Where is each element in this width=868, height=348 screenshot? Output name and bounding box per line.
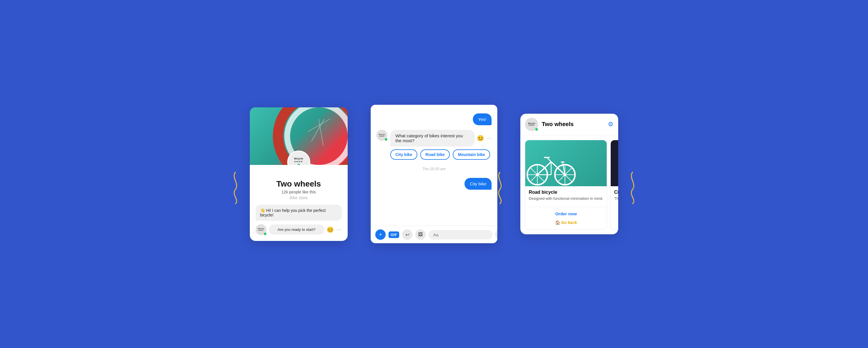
greeting-bubble: 👋 Hi! I can help you pick the perfect bi… [255, 204, 342, 221]
msg-yes: Yes! [376, 114, 492, 125]
more-options-p1[interactable]: ··· [337, 226, 342, 232]
reply-mountain-bike[interactable]: Mountain bike [453, 149, 490, 160]
product-image-road [525, 140, 607, 186]
go-back-button[interactable]: 🏠 Go back [529, 219, 603, 226]
emoji-button[interactable]: 😊 [495, 229, 497, 240]
gif-button[interactable]: GIF [389, 231, 399, 238]
image-button[interactable]: 🖼 [415, 229, 426, 240]
chat-actions-p1: 😊 ··· [327, 226, 342, 233]
page-likes: 12k people like this [255, 190, 342, 194]
bot-question-bubble: What category of bikes interest you the … [390, 130, 474, 147]
online-dot-p1 [297, 164, 300, 165]
product-desc-road: Designed with functional minimalism in m… [529, 196, 603, 201]
panel-chat: Yes! Bicycle SHOP What category of bikes… [365, 96, 503, 252]
order-now-button[interactable]: Order now [529, 210, 603, 217]
brand-logo-p3: Bicycle SHOP [525, 118, 538, 131]
phone-card: Bicycle SHOP Two wheels 12k people like … [250, 107, 348, 241]
msg-city-bike: City bike [376, 178, 492, 190]
bot-avatar-chat: Bicycle SHOP [376, 130, 388, 141]
product-card-city: City sp The pe the far [611, 140, 618, 230]
chat-messages: Yes! Bicycle SHOP What category of bikes… [371, 105, 497, 226]
product-card-body-city: City sp The pe the far [611, 186, 618, 204]
product-card-road: Road bicycle Designed with functional mi… [525, 140, 607, 230]
phone-body: Two wheels 12k people like this Bike sto… [250, 165, 348, 241]
header-title-p3: Two wheels [541, 121, 608, 128]
page-category: Bike store [255, 195, 342, 200]
header-image: Bicycle SHOP [250, 107, 348, 165]
product-scroll: Road bicycle Designed with functional mi… [520, 135, 618, 234]
svg-line-12 [537, 162, 551, 175]
product-actions-road: Order now 🏠 Go back [525, 207, 607, 229]
chat-window: Yes! Bicycle SHOP What category of bikes… [371, 105, 497, 243]
product-card-body-road: Road bicycle Designed with functional mi… [525, 186, 607, 204]
chat-row-p1: Bicycle SHOP Are you ready to start? 😊 ·… [255, 224, 342, 235]
online-dot-p3 [535, 128, 538, 131]
online-dot-chat [385, 138, 388, 141]
msg-bot-question-row: Bicycle SHOP What category of bikes inte… [376, 130, 492, 160]
product-image-city [611, 140, 618, 186]
user-bubble-city-bike: City bike [465, 178, 492, 190]
reply-icon-button[interactable]: ↩ [402, 229, 412, 240]
chat-timestamp: Thu 10:20 am [376, 167, 492, 171]
product-title-city: City sp [614, 190, 618, 195]
chat-input-bar: + GIF ↩ 🖼 😊 👍 [371, 226, 497, 243]
more-options-chat[interactable]: ··· [486, 135, 492, 141]
panel-facebook-page: Bicycle SHOP Two wheels 12k people like … [232, 96, 365, 252]
product-title-road: Road bicycle [529, 190, 603, 195]
reply-city-bike[interactable]: City bike [390, 149, 417, 160]
svg-line-16 [547, 157, 551, 162]
bot-avatar-p1: Bicycle SHOP [255, 224, 267, 235]
reply-road-bike[interactable]: Road bike [420, 149, 450, 160]
emoji-reaction-p1[interactable]: 😊 [327, 226, 334, 233]
product-header: Bicycle SHOP Two wheels ⚙ [520, 114, 618, 135]
quick-replies: City bike Road bike Mountain bike [390, 149, 492, 160]
settings-icon[interactable]: ⚙ [608, 121, 614, 128]
panel-product: Bicycle SHOP Two wheels ⚙ [503, 96, 636, 252]
product-panel: Bicycle SHOP Two wheels ⚙ [520, 114, 618, 234]
question-bubble-p1: Are you ready to start? [269, 224, 324, 234]
add-button[interactable]: + [375, 229, 386, 240]
online-dot [264, 232, 267, 235]
message-input[interactable] [429, 230, 492, 240]
page-title-p1: Two wheels [255, 179, 342, 189]
product-desc-city: The pe the far [614, 196, 618, 201]
user-bubble-yes: Yes! [473, 114, 492, 125]
emoji-reaction-chat[interactable]: 😊 [477, 135, 484, 141]
